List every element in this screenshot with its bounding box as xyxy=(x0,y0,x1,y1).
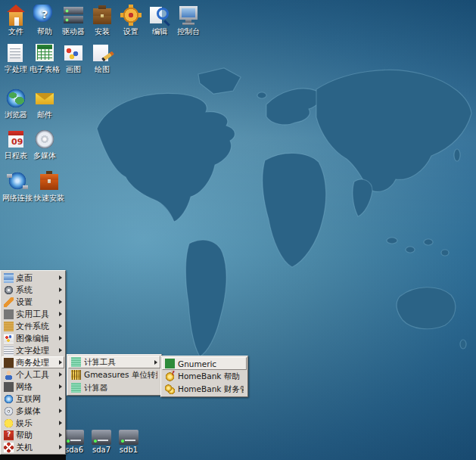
menu-item-label: 文字处理 xyxy=(16,345,49,356)
envelope-icon xyxy=(33,88,56,109)
briefcase-icon xyxy=(91,5,114,26)
menu-item-utilities[interactable]: 实用工具 xyxy=(2,308,64,320)
desktop-icon-label: 编辑 xyxy=(152,27,167,36)
desktop-icon-mail[interactable]: 邮件 xyxy=(30,88,59,119)
desktop-icon-label: 文件 xyxy=(8,27,23,36)
pencil-icon xyxy=(91,42,114,64)
submenu-arrow-icon xyxy=(59,421,62,425)
desktop-icon-console[interactable]: 控制台 xyxy=(174,5,203,36)
disk-drive-icon xyxy=(92,430,111,445)
submenu-arrow-icon xyxy=(59,275,62,280)
desktop-icon-wordprocessor[interactable]: 字处理 xyxy=(2,42,30,73)
desktop-icon-setup[interactable]: 设置 xyxy=(117,5,145,36)
submenu-item-label: 计算工具 xyxy=(84,357,116,368)
desktop-icon-spreadsheet[interactable]: 电子表格 xyxy=(30,42,59,73)
submenu-item-gmeasures[interactable]: Gmeasures 单位转换器 xyxy=(68,368,160,381)
submenu-item-gnumeric[interactable]: Gnumeric xyxy=(162,357,247,370)
taskbar[interactable] xyxy=(0,454,66,460)
drives-icon xyxy=(62,5,85,26)
desktop-icon-install[interactable]: 安装 xyxy=(88,5,117,36)
desktop: 文件 帮助 驱动器 安装 设置 编辑 控制台 字处理 xyxy=(0,0,476,460)
submenu-business: 计算工具 Gmeasures 单位转换器 计算器 xyxy=(67,354,162,396)
desktop-icon-label: 快速安装 xyxy=(34,194,64,202)
menu-item-shutdown[interactable]: 关机 xyxy=(2,441,64,453)
icon-row-3: 浏览器 邮件 xyxy=(2,88,59,119)
toolbox-icon xyxy=(38,171,61,192)
fun-category-icon xyxy=(4,418,14,428)
drive-label: sda7 xyxy=(92,446,110,454)
documents-category-icon xyxy=(4,346,14,356)
menu-item-label: 设置 xyxy=(16,297,33,308)
submenu-arrow-icon xyxy=(59,384,62,389)
menu-item-help[interactable]: 帮助 xyxy=(2,429,64,441)
menu-item-label: 网络 xyxy=(16,381,33,393)
menu-item-documents[interactable]: 文字处理 xyxy=(2,344,64,356)
submenu-item-label: 计算器 xyxy=(84,383,108,393)
calculator-tools-icon xyxy=(71,357,81,367)
menu-item-network[interactable]: 网络 xyxy=(2,381,64,393)
menu-item-label: 帮助 xyxy=(16,430,33,441)
disk-drive-icon xyxy=(119,430,138,445)
icon-row-1: 文件 帮助 驱动器 安装 设置 编辑 控制台 xyxy=(2,5,203,36)
drive-icons-row: sda6 sda7 sdb1 xyxy=(61,430,142,454)
submenu-item-label: Gnumeric xyxy=(178,359,216,368)
desktop-icon-quick-install[interactable]: 快速安装 xyxy=(33,171,65,202)
menu-item-desktop[interactable]: 桌面 xyxy=(2,272,64,284)
menu-item-multimedia[interactable]: 多媒体 xyxy=(2,405,64,417)
menu-item-personal[interactable]: 个人工具 xyxy=(2,368,64,381)
desktop-icon-files[interactable]: 文件 xyxy=(2,5,30,36)
desktop-icon-drives[interactable]: 驱动器 xyxy=(59,5,88,36)
calculator-icon xyxy=(71,383,81,393)
paint-icon xyxy=(62,42,85,64)
menu-item-filesystem[interactable]: 文件系统 xyxy=(2,320,64,332)
submenu-item-label: Gmeasures 单位转换器 xyxy=(84,370,157,381)
utility-category-icon xyxy=(4,309,14,319)
icon-row-2: 字处理 电子表格 画图 绘图 xyxy=(2,42,117,73)
menu-item-graphics[interactable]: 图像编辑 xyxy=(2,332,64,344)
menu-item-fun[interactable]: 娱乐 xyxy=(2,417,64,429)
desktop-icon-network-connect[interactable]: 网络连接 xyxy=(2,171,33,202)
submenu-item-homebank[interactable]: HomeBank 财务管理 xyxy=(162,383,247,396)
desktop-icon-label: 网络连接 xyxy=(2,194,33,202)
submenu-arrow-icon xyxy=(59,360,62,365)
submenu-arrow-icon xyxy=(59,324,62,328)
globe-icon xyxy=(5,88,27,109)
desktop-icon-label: 控制台 xyxy=(177,27,200,36)
gnumeric-icon xyxy=(165,359,175,368)
drive-icon-sda7[interactable]: sda7 xyxy=(88,430,115,454)
desktop-icon-label: 绘图 xyxy=(95,65,110,73)
internet-category-icon xyxy=(4,394,14,404)
menu-item-label: 娱乐 xyxy=(16,418,33,429)
menu-item-business[interactable]: 商务处理 xyxy=(2,356,64,368)
ruler-icon xyxy=(71,370,81,380)
drive-label: sda6 xyxy=(65,446,83,454)
desktop-icon-help[interactable]: 帮助 xyxy=(30,5,59,36)
icon-row-4: 日程表 多媒体 xyxy=(2,129,59,160)
submenu-item-calc-tools[interactable]: 计算工具 xyxy=(68,356,160,368)
desktop-icon-draw[interactable]: 绘图 xyxy=(88,42,117,73)
submenu-arrow-icon xyxy=(59,396,62,401)
shutdown-category-icon xyxy=(4,443,14,452)
submenu-arrow-icon xyxy=(59,348,62,353)
desktop-icon-calendar[interactable]: 日程表 xyxy=(2,129,30,160)
menu-item-label: 多媒体 xyxy=(16,406,41,417)
menu-item-internet[interactable]: 互联网 xyxy=(2,393,64,405)
submenu-item-calculator[interactable]: 计算器 xyxy=(68,381,160,394)
submenu-item-homebank-help[interactable]: HomeBank 帮助 xyxy=(162,370,247,383)
desktop-icon-label: 画图 xyxy=(66,65,81,73)
home-icon xyxy=(5,5,27,26)
personal-category-icon xyxy=(4,370,14,380)
desktop-icon-paint[interactable]: 画图 xyxy=(59,42,88,73)
drive-icon-sdb1[interactable]: sdb1 xyxy=(115,430,142,454)
icon-row-5: 网络连接 快速安装 xyxy=(2,171,65,202)
submenu-item-label: HomeBank 帮助 xyxy=(178,371,240,382)
submenu-arrow-icon xyxy=(59,300,62,304)
submenu-arrow-icon xyxy=(59,288,62,292)
desktop-icon-media[interactable]: 多媒体 xyxy=(30,129,59,160)
menu-item-setup[interactable]: 设置 xyxy=(2,296,64,308)
cd-icon xyxy=(33,129,56,150)
desktop-icon-edit[interactable]: 编辑 xyxy=(145,5,174,36)
menu-item-label: 桌面 xyxy=(16,272,33,284)
desktop-icon-browser[interactable]: 浏览器 xyxy=(2,88,30,119)
menu-item-system[interactable]: 系统 xyxy=(2,284,64,296)
